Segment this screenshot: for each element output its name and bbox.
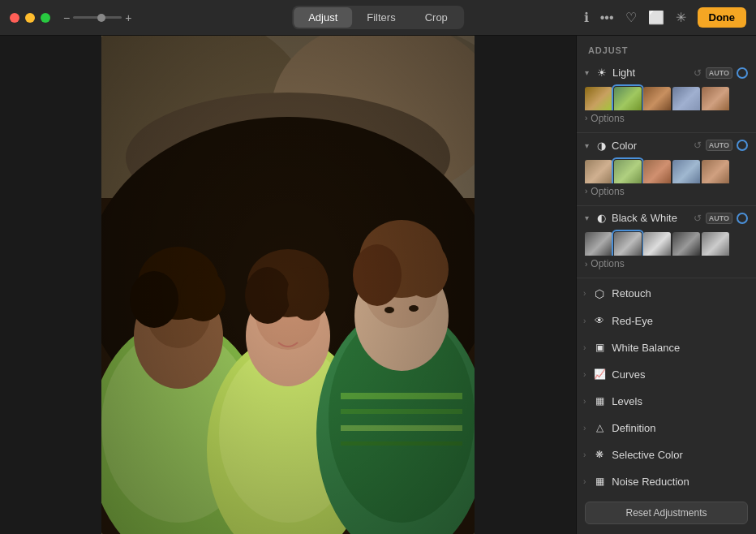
light-auto-badge[interactable]: AUTO xyxy=(706,67,732,79)
list-item-selective-color[interactable]: › ❋ Selective Color xyxy=(577,441,756,468)
color-thumb-4[interactable] xyxy=(672,160,700,183)
tab-adjust[interactable]: Adjust xyxy=(294,7,352,28)
color-auto-badge[interactable]: AUTO xyxy=(706,140,732,151)
list-item-definition[interactable]: › △ Definition xyxy=(577,415,756,441)
bw-thumb-5[interactable] xyxy=(702,232,729,256)
curves-label: Curves xyxy=(612,368,645,381)
light-options-row[interactable]: › Options xyxy=(577,110,756,131)
light-options-label: Options xyxy=(591,113,624,124)
bw-thumb-2[interactable] xyxy=(614,232,642,256)
retouch-icon: ⬡ xyxy=(592,287,607,300)
titlebar: − + Adjust Filters Crop ℹ ••• ♡ ⬜ ✳ Done xyxy=(0,0,756,36)
light-thumb-2[interactable] xyxy=(614,87,642,110)
color-reset-icon[interactable]: ↺ xyxy=(694,140,702,151)
done-button[interactable]: Done xyxy=(698,7,747,28)
panel-title: ADJUST xyxy=(577,36,756,62)
bw-controls: ↺ AUTO xyxy=(694,213,748,224)
wb-icon: ▣ xyxy=(592,342,607,353)
color-options-label: Options xyxy=(591,186,624,197)
bw-options-chevron: › xyxy=(585,260,587,269)
light-chevron: ▾ xyxy=(585,68,593,77)
nr-chevron: › xyxy=(583,477,586,486)
heart-icon[interactable]: ♡ xyxy=(625,10,637,25)
light-controls: ↺ AUTO xyxy=(694,67,748,79)
section-color-header[interactable]: ▾ ◑ Color ↺ AUTO xyxy=(577,135,756,157)
light-reset-icon[interactable]: ↺ xyxy=(694,67,702,79)
photo-container xyxy=(101,36,475,534)
levels-label: Levels xyxy=(612,395,642,407)
bw-thumb-strip xyxy=(577,229,756,256)
redeye-chevron: › xyxy=(583,317,586,325)
bw-thumb-4[interactable] xyxy=(672,232,700,256)
zoom-plus-icon[interactable]: + xyxy=(125,11,131,24)
list-item-noise-reduction[interactable]: › ▦ Noise Reduction xyxy=(577,468,756,495)
section-light-header[interactable]: ▾ ☀ Light ↺ AUTO xyxy=(577,62,756,84)
color-controls: ↺ AUTO xyxy=(694,140,748,151)
color-options-row[interactable]: › Options xyxy=(577,183,756,204)
sc-chevron: › xyxy=(583,450,586,459)
photo-image xyxy=(101,36,475,534)
nr-icon: ▦ xyxy=(592,476,607,487)
bw-thumb-1[interactable] xyxy=(585,232,612,256)
definition-chevron: › xyxy=(583,424,586,433)
zoom-slider-thumb xyxy=(97,14,105,22)
light-thumb-4[interactable] xyxy=(672,87,700,110)
light-options-chevron: › xyxy=(585,114,587,123)
share-icon[interactable]: ✳ xyxy=(676,10,686,25)
main-content: ADJUST ▾ ☀ Light ↺ AUTO › Options ▾ xyxy=(0,36,756,534)
reset-adjustments-button[interactable]: Reset Adjustments xyxy=(585,502,748,524)
more-icon[interactable]: ••• xyxy=(600,11,614,25)
bw-options-row[interactable]: › Options xyxy=(577,256,756,276)
light-thumb-3[interactable] xyxy=(643,87,671,110)
wb-label: White Balance xyxy=(612,342,680,354)
levels-icon: ▦ xyxy=(592,395,607,407)
bw-label: Black & White xyxy=(612,212,689,224)
tab-filters[interactable]: Filters xyxy=(352,7,410,28)
color-toggle[interactable] xyxy=(737,140,748,151)
levels-chevron: › xyxy=(583,397,586,406)
color-label: Color xyxy=(612,140,689,152)
definition-icon: △ xyxy=(592,422,607,433)
close-button[interactable] xyxy=(10,13,19,23)
tab-crop[interactable]: Crop xyxy=(410,7,462,28)
sc-label: Selective Color xyxy=(612,449,682,461)
minimize-button[interactable] xyxy=(25,13,35,23)
traffic-lights xyxy=(10,13,50,23)
info-icon[interactable]: ℹ xyxy=(584,10,589,25)
light-thumb-5[interactable] xyxy=(702,87,729,110)
maximize-button[interactable] xyxy=(41,13,50,23)
light-thumb-strip xyxy=(577,84,756,110)
curves-chevron: › xyxy=(583,370,586,379)
list-item-levels[interactable]: › ▦ Levels xyxy=(577,388,756,415)
photo-area xyxy=(0,36,576,534)
crop-icon[interactable]: ⬜ xyxy=(648,10,664,25)
list-item-redeye[interactable]: › 👁 Red-Eye xyxy=(577,308,756,334)
redeye-icon: 👁 xyxy=(592,315,607,326)
zoom-slider[interactable] xyxy=(73,16,122,19)
list-item-curves[interactable]: › 📈 Curves xyxy=(577,361,756,388)
bw-reset-icon[interactable]: ↺ xyxy=(694,213,702,224)
color-thumb-5[interactable] xyxy=(702,160,729,183)
curves-icon: 📈 xyxy=(592,368,607,380)
retouch-label: Retouch xyxy=(612,287,651,299)
zoom-control[interactable]: − + xyxy=(63,11,131,24)
divider-3 xyxy=(577,278,756,278)
sc-icon: ❋ xyxy=(592,449,607,460)
color-thumb-1[interactable] xyxy=(585,160,612,183)
titlebar-right: ℹ ••• ♡ ⬜ ✳ Done xyxy=(584,7,746,28)
bw-thumb-3[interactable] xyxy=(643,232,671,256)
bw-auto-badge[interactable]: AUTO xyxy=(706,213,732,224)
list-item-retouch[interactable]: › ⬡ Retouch xyxy=(577,280,756,308)
color-options-chevron: › xyxy=(585,187,587,196)
bw-toggle[interactable] xyxy=(737,213,748,224)
light-label: Light xyxy=(612,67,689,79)
color-thumb-strip xyxy=(577,157,756,183)
light-thumb-1[interactable] xyxy=(585,87,612,110)
color-thumb-3[interactable] xyxy=(643,160,671,183)
color-thumb-2[interactable] xyxy=(614,160,642,183)
wb-chevron: › xyxy=(583,343,586,352)
zoom-minus-icon[interactable]: − xyxy=(63,11,70,24)
list-item-white-balance[interactable]: › ▣ White Balance xyxy=(577,334,756,361)
light-toggle[interactable] xyxy=(737,67,748,79)
section-bw-header[interactable]: ▾ ◐ Black & White ↺ AUTO xyxy=(577,207,756,229)
